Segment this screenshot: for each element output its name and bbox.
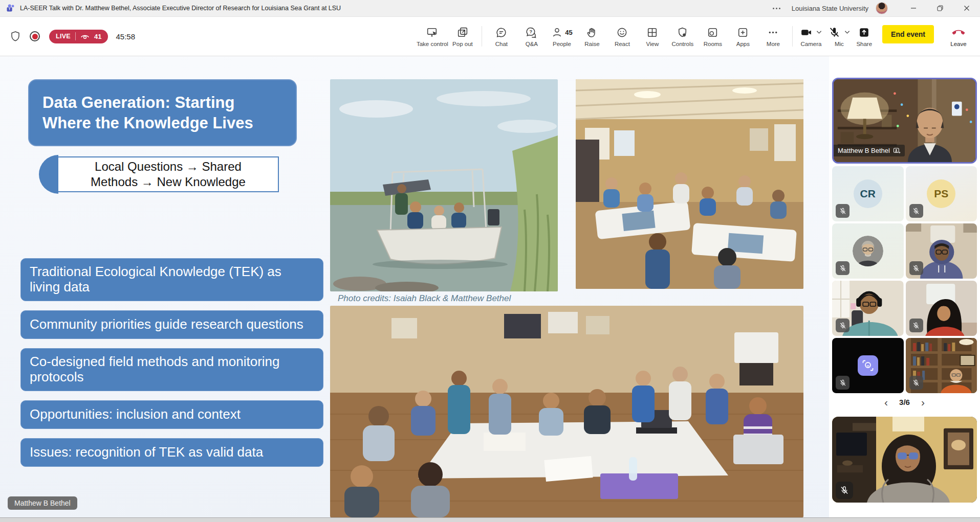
participant-initials-avatar: CR: [854, 179, 882, 208]
close-button[interactable]: [953, 0, 980, 17]
rooms-button[interactable]: Rooms: [698, 26, 728, 47]
participant-tile-initials[interactable]: CR: [832, 166, 904, 221]
slide-bullet: Traditional Ecological Knowledge (TEK) a…: [20, 258, 323, 301]
titlebar-more-icon[interactable]: [771, 6, 782, 11]
controls-button[interactable]: Controls: [667, 26, 698, 47]
rooms-icon: [706, 26, 719, 39]
mic-muted-badge: [909, 204, 923, 218]
people-icon: [551, 26, 564, 39]
participant-tile-initials[interactable]: PS: [906, 166, 977, 221]
apps-button[interactable]: Apps: [728, 26, 758, 47]
slide-bullet: Issues: recognition of TEK as valid data: [20, 438, 323, 467]
chat-icon: [495, 26, 508, 39]
self-view-scene: [832, 417, 977, 503]
qa-button[interactable]: ? Q&A: [516, 26, 547, 47]
restore-button[interactable]: [927, 0, 953, 17]
slide-bullet: Opportunities: inclusion and context: [20, 400, 323, 429]
live-label: LIVE: [56, 33, 71, 40]
prev-page-icon[interactable]: ‹: [881, 396, 891, 408]
raise-hand-button[interactable]: Raise: [577, 26, 607, 47]
mic-muted-badge: [836, 319, 850, 332]
participant-tile-video[interactable]: [906, 281, 977, 336]
apps-plus-icon: [736, 26, 749, 39]
mic-muted-badge: [909, 319, 923, 332]
view-button[interactable]: View: [637, 26, 667, 47]
mic-muted-badge: [836, 261, 850, 275]
viewers-eye-icon: [80, 33, 90, 40]
recording-indicator-icon: [30, 31, 40, 41]
mic-muted-icon: [912, 322, 920, 330]
pop-out-button[interactable]: Pop out: [447, 26, 477, 47]
chat-button[interactable]: Chat: [486, 26, 516, 47]
minimize-button[interactable]: [900, 0, 927, 17]
titlebar: T LA-SEER Talk with Dr. Matthew Bethel, …: [0, 0, 980, 17]
presenter-name-tag: Matthew B Bethel: [8, 496, 77, 510]
more-button[interactable]: More: [758, 26, 788, 47]
photo-boat-fieldwork: [330, 79, 558, 291]
participant-tile-video[interactable]: [906, 338, 977, 393]
meeting-toolbar: LIVE 41 45:58 Take control: [0, 17, 980, 56]
more-dots-icon: [767, 26, 779, 39]
share-icon: [858, 26, 870, 39]
participant-initials-avatar: PS: [927, 179, 955, 208]
slide-bullet: Community priorities guide research ques…: [20, 310, 323, 339]
photo-community-workshop: [576, 79, 803, 289]
people-button[interactable]: 45 People: [547, 26, 577, 47]
org-name: Louisiana State University: [792, 5, 868, 12]
slide-flow-text: Local Questions → Shared Methods → New K…: [84, 159, 253, 190]
leave-button[interactable]: Leave: [945, 26, 972, 47]
teams-meeting-window: T LA-SEER Talk with Dr. Matthew Bethel, …: [0, 0, 980, 522]
mic-button[interactable]: Mic: [828, 26, 850, 47]
self-view-tile[interactable]: [832, 417, 977, 503]
photo-credit-caption: Photo credits: Isaiah Black & Matthew Be…: [338, 293, 511, 304]
mic-chevron-down-icon[interactable]: [844, 30, 850, 34]
speaker-video-tile[interactable]: Matthew B Bethel: [832, 78, 977, 164]
end-event-button[interactable]: End event: [882, 25, 934, 43]
people-count-badge: 45: [565, 26, 572, 39]
slide-flow-box: Local Questions → Shared Methods → New K…: [57, 156, 279, 192]
mic-muted-icon: [839, 379, 847, 387]
leave-call-icon: [952, 26, 965, 39]
avatar-placeholder-icon: [858, 355, 878, 376]
controls-shield-gear-icon: [676, 26, 689, 39]
raise-hand-icon: [585, 26, 598, 39]
share-button[interactable]: Share: [856, 26, 872, 47]
mic-muted-icon: [839, 207, 847, 215]
take-control-button[interactable]: Take control: [417, 26, 447, 47]
close-icon: [964, 5, 970, 11]
svg-text:?: ?: [530, 29, 533, 34]
next-page-icon[interactable]: ›: [918, 396, 928, 408]
participant-grid: CR PS: [832, 166, 977, 393]
viewer-count: 41: [94, 33, 101, 40]
svg-text:T: T: [9, 7, 11, 11]
slide-title: Data Generation: Starting Where the Know…: [28, 79, 297, 146]
bottom-edge-bar: [0, 517, 980, 522]
spotlight-icon: [893, 147, 901, 154]
speaker-name-tag: Matthew B Bethel: [834, 145, 905, 156]
mic-muted-badge: [836, 376, 850, 390]
mic-muted-badge: [836, 204, 850, 218]
mic-muted-icon: [912, 379, 920, 387]
privacy-shield-icon[interactable]: [9, 30, 21, 42]
camera-button[interactable]: Camera: [800, 26, 822, 47]
meeting-timer: 45:58: [116, 32, 135, 41]
pop-out-icon: [456, 26, 469, 39]
mic-muted-icon: [828, 26, 841, 39]
react-button[interactable]: React: [607, 26, 637, 47]
mic-muted-icon: [912, 207, 920, 215]
meeting-title: LA-SEER Talk with Dr. Matthew Bethel, As…: [20, 5, 341, 12]
mic-muted-icon: [912, 264, 920, 273]
camera-chevron-down-icon[interactable]: [816, 30, 822, 34]
participants-rail: Matthew B Bethel CR PS: [829, 56, 980, 517]
view-grid-icon: [646, 26, 659, 39]
participant-photo-avatar: [853, 236, 883, 266]
user-avatar[interactable]: [876, 2, 888, 14]
qa-icon: ?: [525, 26, 538, 39]
participant-tile-video[interactable]: [906, 223, 977, 279]
mic-muted-icon: [839, 485, 850, 495]
mic-muted-icon: [839, 264, 847, 273]
participant-tile-avatar-photo[interactable]: [832, 223, 904, 279]
participant-tile-video[interactable]: [832, 281, 904, 336]
participant-tile-camera-off[interactable]: [832, 338, 904, 393]
participant-pager: ‹ 3/6 ›: [829, 396, 980, 408]
